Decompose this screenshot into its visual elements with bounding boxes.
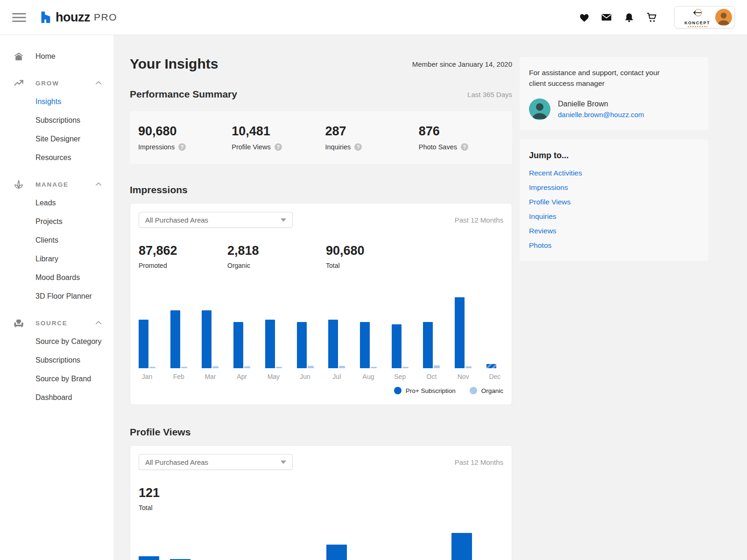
chart-group-aug: Aug <box>360 275 377 380</box>
stat-total: 121Total <box>139 486 227 511</box>
chart-group-may: May <box>264 517 284 560</box>
jump-link-reviews[interactable]: Reviews <box>529 227 699 235</box>
help-icon[interactable]: ? <box>461 143 468 151</box>
sidebar-item-home[interactable]: Home <box>0 47 113 66</box>
chevron-up-icon <box>93 319 104 327</box>
manager-email-link[interactable]: danielle.brown@houzz.com <box>558 111 644 119</box>
caret-down-icon <box>281 461 286 464</box>
sidebar-item-label: Insights <box>35 98 61 106</box>
chart-group-may: May <box>265 275 282 380</box>
bar-sep-organic <box>402 367 409 368</box>
member-since-text: Member since January 14, 2020 <box>412 60 512 68</box>
leaf-icon <box>13 179 24 189</box>
koncept-logo-icon <box>692 8 703 20</box>
sidebar-item-label: 3D Floor Planner <box>35 292 92 301</box>
stat-value: 121 <box>139 486 227 500</box>
jump-link-profile-views[interactable]: Profile Views <box>529 198 699 206</box>
jump-link-recent-activities[interactable]: Recent Activities <box>529 169 699 177</box>
chart-group-jun: Jun <box>295 517 316 560</box>
help-icon[interactable]: ? <box>275 143 282 151</box>
armchair-icon <box>13 318 24 328</box>
account-switcher[interactable]: KONCEPT <box>674 6 735 28</box>
sidebar-item-library[interactable]: Library <box>0 250 113 268</box>
jump-link-impressions[interactable]: Impressions <box>529 183 699 192</box>
sidebar-item-subscriptions[interactable]: Subscriptions <box>0 111 113 130</box>
x-axis-label: Jan <box>142 373 153 380</box>
chart-bars <box>170 275 187 368</box>
sidebar-item-label: Home <box>35 52 56 61</box>
x-axis-label: Jul <box>332 373 341 380</box>
sidebar-item-projects[interactable]: Projects <box>0 212 113 231</box>
manager-avatar <box>529 98 550 120</box>
chart-group-aug: Aug <box>358 517 378 560</box>
menu-hamburger-icon[interactable] <box>12 13 26 22</box>
header-heart-icon[interactable] <box>578 11 590 23</box>
chart-group-nov: Nov <box>455 275 472 380</box>
chart-bars <box>360 275 377 368</box>
impressions-bar-chart: JanFebMarAprMayJunJulAugSepOctNovDec <box>139 275 503 380</box>
stat-label-text: Total <box>139 504 153 511</box>
impressions-period-label: Past 12 Months <box>455 216 503 224</box>
chevron-up-icon <box>93 180 104 189</box>
stat-value: 90,680 <box>326 244 415 258</box>
sidebar-item-source-by-category[interactable]: Source by Category <box>0 332 113 351</box>
chart-group-jun: Jun <box>297 275 314 380</box>
sidebar-item-resources[interactable]: Resources <box>0 148 113 167</box>
sidebar-section-label: GROW <box>35 80 59 87</box>
sidebar-item-dashboard[interactable]: Dashboard <box>0 388 113 407</box>
header-mail-icon[interactable] <box>600 11 613 23</box>
user-avatar[interactable] <box>715 9 732 26</box>
stat-label: Organic <box>227 262 326 269</box>
legend-item-pro-subscription: Pro+ Subscription <box>394 387 456 394</box>
chevron-up-icon <box>93 79 104 87</box>
account-company-name: KONCEPT <box>684 21 710 25</box>
purchased-areas-dropdown[interactable]: All Purchased Areas <box>139 212 293 228</box>
sidebar-nav: HomeGROWInsightsSubscriptionsSite Design… <box>0 35 113 560</box>
jump-link-photos[interactable]: Photos <box>529 241 699 250</box>
sidebar-item-3d-floor-planner[interactable]: 3D Floor Planner <box>0 287 113 306</box>
sidebar-item-subscriptions[interactable]: Subscriptions <box>0 351 113 370</box>
stat-label: Impressions? <box>138 143 232 151</box>
chart-group-apr: Apr <box>233 275 250 380</box>
stat-label: Promoted <box>139 262 227 269</box>
bar-jan-organic <box>149 367 155 368</box>
sidebar-section-source[interactable]: SOURCE <box>0 314 113 332</box>
home-icon <box>13 51 24 62</box>
bar-jul-organic <box>339 366 345 368</box>
jump-link-inquiries[interactable]: Inquiries <box>529 212 699 221</box>
bar-jan-profile-views <box>139 556 159 560</box>
chart-bars <box>201 517 222 560</box>
trending-up-icon <box>13 78 24 88</box>
manager-name: Danielle Brown <box>558 100 644 108</box>
sidebar-item-site-designer[interactable]: Site Designer <box>0 130 113 148</box>
jump-to-card: Jump to... Recent ActivitiesImpressionsP… <box>520 140 708 261</box>
sidebar-section-manage[interactable]: MANAGE <box>0 175 113 194</box>
chart-group-oct: Oct <box>423 275 440 380</box>
sidebar-section-grow[interactable]: GROW <box>0 74 113 92</box>
profile-views-period-label: Past 12 Months <box>455 458 503 466</box>
x-axis-label: Mar <box>204 373 216 380</box>
jump-to-heading: Jump to... <box>529 151 699 161</box>
bar-may-organic <box>276 367 282 368</box>
caret-down-icon <box>281 218 286 222</box>
impressions-stats: 87,862Promoted2,818Organic90,680Total <box>139 244 503 269</box>
chart-group-jan: Jan <box>139 275 155 380</box>
help-icon[interactable]: ? <box>178 143 186 151</box>
chart-bars <box>328 275 345 368</box>
right-column: For assistance and support, contact your… <box>520 35 708 261</box>
help-icon[interactable]: ? <box>354 143 362 151</box>
sidebar-item-mood-boards[interactable]: Mood Boards <box>0 268 113 287</box>
account-logo: KONCEPT <box>679 8 715 27</box>
purchased-areas-dropdown[interactable]: All Purchased Areas <box>139 454 293 470</box>
sidebar-item-clients[interactable]: Clients <box>0 231 113 250</box>
summary-period-label: Last 365 Days <box>467 91 512 98</box>
houzz-pro-logo[interactable]: houzz PRO <box>38 10 117 25</box>
header-cart-icon[interactable] <box>645 11 657 23</box>
sidebar-item-insights[interactable]: Insights <box>0 92 113 111</box>
x-axis-label: Oct <box>427 373 437 380</box>
sidebar-item-source-by-brand[interactable]: Source by Brand <box>0 370 113 388</box>
sidebar-item-leads[interactable]: Leads <box>0 194 113 212</box>
header-bell-icon[interactable] <box>623 11 635 23</box>
chart-group-oct: Oct <box>420 517 441 560</box>
profile-views-heading: Profile Views <box>130 427 190 438</box>
